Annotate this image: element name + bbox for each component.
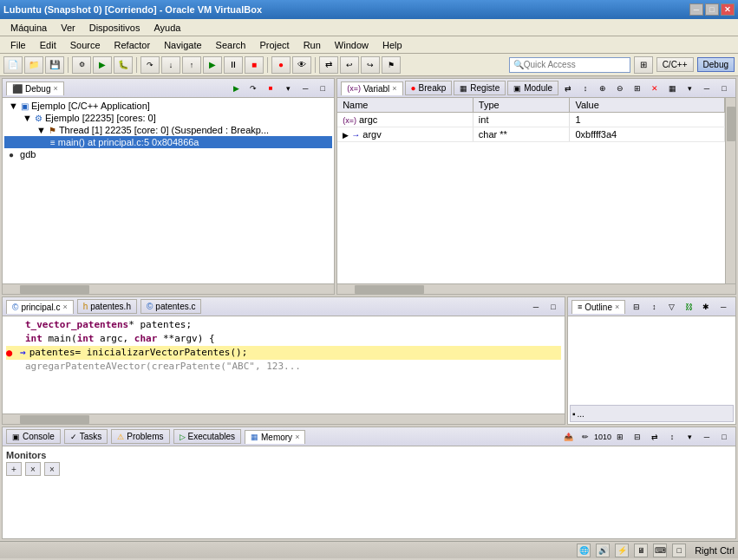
memory-tab-close[interactable]: × — [295, 433, 299, 441]
tb-breakpoint[interactable]: ● — [271, 56, 291, 74]
expand-icon-argv[interactable]: ▶ — [343, 131, 349, 140]
tb-step-over[interactable]: ↷ — [140, 56, 160, 74]
tree-item-app[interactable]: ▼ ▣ Ejemplo [C/C++ Application] — [4, 100, 332, 112]
table-row[interactable]: ▶ → argv char ** 0xbffff3a4 — [337, 127, 724, 142]
vars-tb-2[interactable]: ↕ — [578, 81, 593, 95]
tab-tasks[interactable]: ✓ Tasks — [64, 429, 108, 444]
bt-tb-4[interactable]: ⊞ — [612, 430, 628, 444]
menu-search[interactable]: Search — [209, 38, 253, 52]
tb-perspective-open[interactable]: ⊞ — [634, 56, 653, 74]
outline-tb-collapse[interactable]: ⊟ — [629, 300, 644, 314]
variables-h-scroll-thumb[interactable] — [355, 285, 424, 294]
vars-collapse[interactable]: ▾ — [682, 81, 697, 95]
tab-executables[interactable]: ▷ Executables — [173, 429, 241, 444]
menu-file[interactable]: File — [3, 38, 33, 52]
outline-maximize[interactable]: □ — [733, 300, 738, 314]
add-monitor-clear[interactable]: × — [44, 462, 60, 476]
outline-tb-filter[interactable]: ▽ — [663, 300, 679, 314]
tb-resume[interactable]: ▶ — [203, 56, 222, 74]
tab-modules[interactable]: ▣ Module — [507, 81, 558, 95]
vars-maximize[interactable]: □ — [716, 81, 732, 95]
tab-principal-c[interactable]: © principal.c × — [6, 300, 74, 314]
outline-tb-link[interactable]: ⛓ — [681, 300, 696, 314]
outline-tb-sort[interactable]: ↕ — [646, 300, 662, 314]
variables-v-scrollbar[interactable] — [725, 98, 735, 283]
debug-tb-step[interactable]: ↷ — [245, 81, 261, 95]
tree-item-thread[interactable]: ▼ ⚑ Thread [1] 22235 [core: 0] (Suspende… — [4, 124, 332, 136]
tb-debug[interactable]: 🐛 — [114, 56, 133, 74]
menu-run[interactable]: Run — [297, 38, 328, 52]
tb-save[interactable]: 💾 — [45, 56, 64, 74]
quick-access-box[interactable]: 🔍 — [509, 57, 630, 73]
vars-tb-1[interactable]: ⇄ — [560, 81, 576, 95]
bt-tb-1[interactable]: 📤 — [560, 430, 576, 444]
tb-build[interactable]: ⚙ — [72, 56, 91, 74]
vars-tb-4[interactable]: ⊖ — [612, 81, 628, 95]
minimize-button[interactable]: ─ — [689, 3, 703, 16]
bt-tb-7[interactable]: ↕ — [664, 430, 680, 444]
tb-step-return[interactable]: ↑ — [182, 56, 201, 74]
bt-tb-6[interactable]: ⇄ — [647, 430, 663, 444]
outline-minimize[interactable]: ─ — [715, 300, 731, 314]
table-row[interactable]: (x=) argc int 1 — [337, 113, 724, 127]
menu-window[interactable]: Window — [328, 38, 376, 52]
vars-tb-7[interactable]: ▦ — [664, 81, 680, 95]
variables-tab-close[interactable]: × — [392, 84, 396, 93]
tb-terminate[interactable]: ■ — [245, 56, 264, 74]
bt-minimize[interactable]: ─ — [699, 430, 715, 444]
os-menu-machine[interactable]: Máquina — [3, 21, 54, 35]
tree-item-frame[interactable]: ≡ main() at principal.c:5 0x804866a — [4, 136, 332, 148]
tab-patentes-c[interactable]: © patentes.c — [140, 299, 202, 314]
debug-tab-close[interactable]: × — [53, 84, 57, 93]
debug-h-scroll-thumb[interactable] — [20, 285, 89, 294]
tab-problems[interactable]: ⚠ Problems — [111, 429, 169, 444]
editor-h-scrollbar[interactable] — [3, 413, 565, 424]
vars-tb-6[interactable]: ✕ — [647, 81, 663, 95]
perspective-debug[interactable]: Debug — [697, 57, 735, 72]
menu-edit[interactable]: Edit — [33, 38, 63, 52]
tab-patentes-h[interactable]: h patentes.h — [77, 299, 137, 314]
menu-source[interactable]: Source — [63, 38, 108, 52]
editor-tab-principal-close[interactable]: × — [62, 303, 67, 311]
editor-h-scroll-thumb[interactable] — [20, 415, 89, 424]
debug-tb-collapse[interactable]: ▾ — [280, 81, 296, 95]
tb-suspend[interactable]: ⏸ — [224, 56, 243, 74]
tab-console[interactable]: ▣ Console — [6, 429, 61, 444]
bt-collapse[interactable]: ▾ — [682, 430, 697, 444]
tab-registers[interactable]: ▦ Registe — [454, 81, 506, 95]
debug-h-scrollbar[interactable] — [3, 283, 334, 294]
add-monitor-add[interactable]: + — [6, 462, 22, 476]
tb-misc1[interactable]: ⇄ — [319, 56, 338, 74]
outline-tab-close[interactable]: × — [615, 303, 619, 311]
outline-item[interactable]: ▪ ... — [570, 405, 734, 422]
variables-v-scroll-thumb[interactable] — [727, 107, 735, 141]
debug-tb-maximize[interactable]: □ — [315, 81, 330, 95]
code-area[interactable]: t_vector_patentens* patentes; int main(i… — [3, 316, 565, 413]
tb-misc3[interactable]: ↪ — [361, 56, 380, 74]
os-menu-devices[interactable]: Dispositivos — [82, 21, 147, 35]
tb-new[interactable]: 📄 — [3, 56, 23, 74]
variables-h-scrollbar[interactable] — [337, 283, 735, 294]
menu-refactor[interactable]: Refactor — [108, 38, 158, 52]
bt-tb-5[interactable]: ⊟ — [630, 430, 645, 444]
debug-tb-resume[interactable]: ▶ — [228, 81, 244, 95]
add-monitor-remove[interactable]: × — [25, 462, 41, 476]
bt-maximize[interactable]: □ — [716, 430, 732, 444]
tab-variables[interactable]: (x=) Variabl × — [341, 81, 402, 95]
close-button[interactable]: ✕ — [721, 3, 735, 16]
os-menu-help[interactable]: Ayuda — [147, 21, 187, 35]
vars-minimize[interactable]: ─ — [699, 81, 715, 95]
tree-item-gdb[interactable]: ● gdb — [4, 148, 332, 160]
debug-tb-minimize[interactable]: ─ — [297, 81, 313, 95]
debug-tb-terminate[interactable]: ■ — [263, 81, 278, 95]
outline-tb-asterisk[interactable]: ✱ — [698, 300, 714, 314]
tab-memory[interactable]: ▦ Memory × — [245, 430, 305, 444]
tb-watch[interactable]: 👁 — [292, 56, 311, 74]
tab-outline[interactable]: ≡ Outline × — [571, 300, 625, 314]
perspective-cpp[interactable]: C/C++ — [656, 57, 694, 72]
quick-access-input[interactable] — [524, 60, 626, 69]
tb-misc4[interactable]: ⚑ — [382, 56, 401, 74]
vars-tb-3[interactable]: ⊕ — [595, 81, 611, 95]
bt-tb-3[interactable]: 1010 — [595, 430, 611, 444]
menu-project[interactable]: Project — [252, 38, 296, 52]
